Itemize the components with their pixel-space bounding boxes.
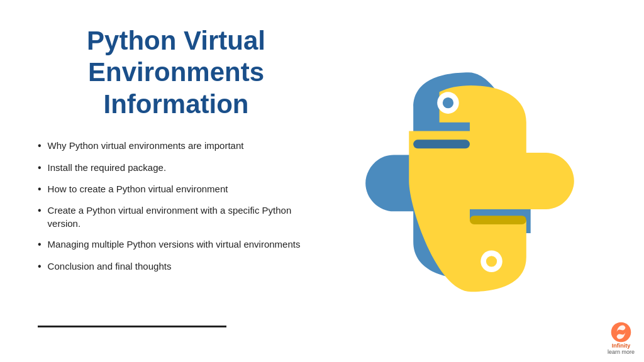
svg-rect-5 <box>470 216 526 224</box>
left-panel: Python Virtual Environments Information … <box>38 25 327 337</box>
bullet-list: Why Python virtual environments are impo… <box>38 139 314 281</box>
bullet-item-3: How to create a Python virtual environme… <box>38 182 314 196</box>
bullet-item-5: Managing multiple Python versions with v… <box>38 238 314 251</box>
svg-rect-4 <box>413 140 470 148</box>
python-logo <box>350 62 589 300</box>
slide-title: Python Virtual Environments Information <box>38 25 314 120</box>
infinity-logo: Infinitylearn more <box>608 321 635 356</box>
bullet-item-4: Create a Python virtual environment with… <box>38 204 314 230</box>
svg-point-3 <box>486 256 497 266</box>
bullet-item-6: Conclusion and final thoughts <box>38 260 314 273</box>
svg-point-1 <box>443 97 453 108</box>
infinity-icon-svg <box>610 321 632 343</box>
right-panel <box>327 25 613 337</box>
svg-point-6 <box>611 322 631 343</box>
brand-name: Infinitylearn more <box>608 343 635 356</box>
divider-line <box>38 326 226 327</box>
bullet-item-2: Install the required package. <box>38 161 314 175</box>
bullet-item-1: Why Python virtual environments are impo… <box>38 139 314 153</box>
slide-container: Python Virtual Environments Information … <box>0 0 644 362</box>
